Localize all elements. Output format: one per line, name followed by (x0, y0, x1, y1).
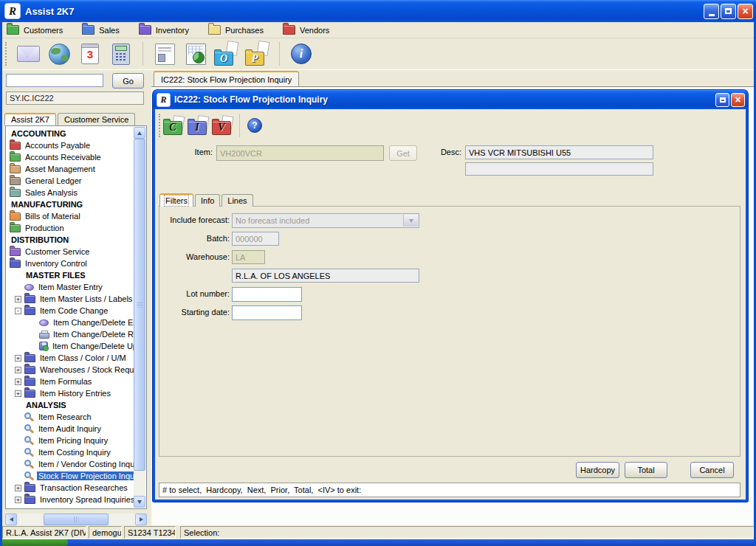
starting-date-input[interactable] (232, 305, 302, 320)
tree-item-label: Stock Flow Projection Inqui (37, 471, 134, 480)
tree-item-item-research[interactable]: Item Research (7, 411, 134, 423)
expand-plus-icon[interactable]: + (15, 497, 21, 503)
dialog-titlebar: R IC222: Stock Flow Projection Inquiry × (153, 90, 748, 109)
vendors-folder-icon[interactable]: V (212, 116, 234, 136)
tree-item-transaction-researches[interactable]: +Transaction Researches (7, 482, 134, 494)
tree-item-stock-flow-projection-inqui[interactable]: Stock Flow Projection Inqui (7, 470, 134, 482)
tree-vertical-scrollbar[interactable] (134, 127, 145, 508)
tree-item-item-code-change[interactable]: -Item Code Change (7, 305, 134, 317)
mail-icon[interactable] (16, 41, 41, 66)
tree-item-customer-service[interactable]: Customer Service (7, 246, 134, 258)
folder-icon (24, 378, 35, 386)
expand-plus-icon[interactable]: + (15, 485, 21, 491)
tab-customer-service[interactable]: Customer Service (58, 113, 135, 125)
scroll-right-button[interactable] (135, 514, 147, 525)
vertical-scroll-thumb[interactable] (134, 139, 145, 471)
tree-item-item-master-entry[interactable]: Item Master Entry (7, 281, 134, 293)
customers-folder-icon[interactable]: C (163, 116, 185, 136)
folder-icon (24, 354, 35, 362)
help-icon[interactable]: ? (247, 118, 262, 133)
scroll-down-button[interactable] (134, 496, 145, 508)
mdi-tab-ic222[interactable]: IC222: Stock Flow Projection Inquiry (154, 71, 299, 86)
folder-icon (283, 25, 295, 35)
toolbar-separator (142, 42, 143, 66)
mdi-tabstrip: IC222: Stock Flow Projection Inquiry (151, 70, 754, 87)
close-button[interactable]: × (738, 4, 753, 19)
search-input[interactable] (6, 74, 103, 87)
expand-plus-icon[interactable]: + (15, 355, 21, 362)
tree-item-general-ledger[interactable]: General Ledger (7, 175, 134, 187)
menu-item-sales[interactable]: Sales (82, 25, 120, 35)
go-button[interactable]: Go (112, 73, 144, 89)
horizontal-scroll-thumb[interactable] (44, 514, 109, 525)
tree-item-production[interactable]: Production (7, 222, 134, 234)
tree-header-transactions[interactable]: TRANSACTIONS (7, 505, 134, 508)
tree-item-item-history-entries[interactable]: +Item History Entries (7, 387, 134, 399)
contact-card-icon[interactable] (152, 41, 177, 66)
info-icon[interactable]: i (289, 41, 314, 66)
tree-header-manufacturing[interactable]: MANUFACTURING (7, 198, 134, 210)
warehouse-desc-field: R.L.A. OF LOS ANGELES (232, 269, 419, 283)
tree-horizontal-scrollbar[interactable] (5, 514, 147, 525)
tree-item-accounts-receivable[interactable]: Accounts Receivable (7, 151, 134, 163)
tab-filters[interactable]: Filters (159, 193, 193, 207)
tree-item-label: Item Research (37, 412, 93, 421)
tree-item-warehouses-stock-reque[interactable]: +Warehouses / Stock Reque (7, 364, 134, 376)
tree-item-item-costing-inquiry[interactable]: Item Costing Inquiry (7, 446, 134, 458)
tree-item-bills-of-material[interactable]: Bills of Material (7, 210, 134, 222)
minimize-button[interactable] (704, 4, 719, 19)
web-globe-icon[interactable] (47, 41, 72, 66)
tab-lines[interactable]: Lines (221, 194, 252, 207)
sidebar: Go SY.IC.IC222 Assist 2K7 Customer Servi… (2, 70, 151, 525)
tree-item-label: Item Change/Delete Re (52, 330, 134, 339)
tab-info[interactable]: Info (195, 194, 220, 207)
tree-item-item-change-delete-er[interactable]: Item Change/Delete Er (7, 317, 134, 328)
maximize-icon (725, 8, 732, 14)
get-button[interactable]: Get (389, 145, 417, 161)
dialog-maximize-button[interactable] (715, 93, 729, 107)
maximize-button[interactable] (721, 4, 736, 19)
calendar-icon[interactable]: 3 (78, 41, 103, 66)
outlook-folder-icon[interactable]: O (214, 41, 239, 66)
tree-item-accounts-payable[interactable]: Accounts Payable (7, 139, 134, 151)
expand-plus-icon[interactable]: + (15, 296, 21, 303)
cancel-button[interactable]: Cancel (690, 462, 734, 478)
tab-assist-2k7[interactable]: Assist 2K7 (4, 113, 56, 125)
tree-item-item-formulas[interactable]: +Item Formulas (7, 376, 134, 387)
scroll-left-button[interactable] (5, 514, 17, 525)
tree-header-analysis[interactable]: ANALYSIS (7, 399, 134, 411)
tree-item-item-pricing-inquiry[interactable]: Item Pricing Inquiry (7, 435, 134, 446)
hardcopy-button[interactable]: Hardcopy (576, 462, 619, 478)
calculator-icon[interactable] (109, 41, 134, 66)
expand-plus-icon[interactable]: + (15, 390, 21, 397)
menu-item-inventory[interactable]: Inventory (139, 25, 189, 35)
tree-item-item-master-lists-labels[interactable]: +Item Master Lists / Labels (7, 293, 134, 305)
tree-header-distribution[interactable]: DISTRIBUTION (7, 234, 134, 246)
tree-item-sales-analysis[interactable]: Sales Analysis (7, 187, 134, 198)
dialog-logo-icon: R (157, 93, 171, 107)
tree-item-item-change-delete-up[interactable]: Item Change/Delete Up (7, 340, 134, 352)
tree-item-item-class-color-u-m[interactable]: +Item Class / Color / U/M (7, 352, 134, 364)
p-folder-icon[interactable]: P (245, 41, 270, 66)
tree-item-inventory-spread-inquiries[interactable]: +Inventory Spread Inquiries (7, 494, 134, 505)
scroll-up-button[interactable] (134, 127, 145, 139)
dialog-close-button[interactable]: × (731, 93, 745, 107)
expand-plus-icon[interactable]: + (15, 367, 21, 373)
tree-item-item-audit-inquiry[interactable]: Item Audit Inquiry (7, 423, 134, 435)
menu-item-customers[interactable]: Customers (7, 25, 63, 35)
menu-item-purchases[interactable]: Purchases (208, 25, 264, 35)
tree-item-inventory-control[interactable]: Inventory Control (7, 258, 134, 269)
collapse-minus-icon[interactable]: - (15, 308, 21, 314)
menu-item-vendors[interactable]: Vendors (283, 25, 329, 35)
tree-item-item-vendor-costing-inqu[interactable]: Item / Vendor Costing Inqu (7, 458, 134, 470)
inventory-folder-icon[interactable]: I (188, 116, 210, 136)
total-button[interactable]: Total (625, 462, 667, 478)
tree-item-item-change-delete-re[interactable]: Item Change/Delete Re (7, 328, 134, 340)
report-chart-icon[interactable] (183, 41, 208, 66)
tree-item-label: Item Change/Delete Up (51, 342, 134, 350)
expand-plus-icon[interactable]: + (15, 379, 21, 385)
lot-number-input[interactable] (232, 287, 302, 302)
tree-header-master-files[interactable]: MASTER FILES (7, 269, 134, 281)
tree-header-accounting[interactable]: ACCOUNTING (7, 128, 134, 139)
tree-item-asset-management[interactable]: Asset Management (7, 163, 134, 175)
